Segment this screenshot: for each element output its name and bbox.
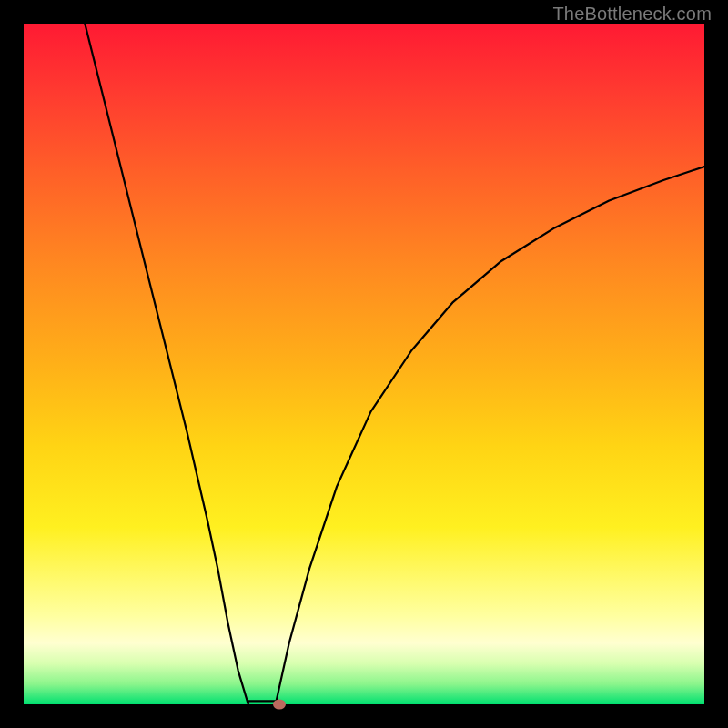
attribution-label: TheBottleneck.com	[552, 4, 712, 25]
bottleneck-curve	[24, 24, 704, 704]
chart-frame: TheBottleneck.com	[0, 0, 728, 728]
bottleneck-heatmap-plot	[24, 24, 704, 704]
optimal-point-marker	[273, 700, 286, 710]
